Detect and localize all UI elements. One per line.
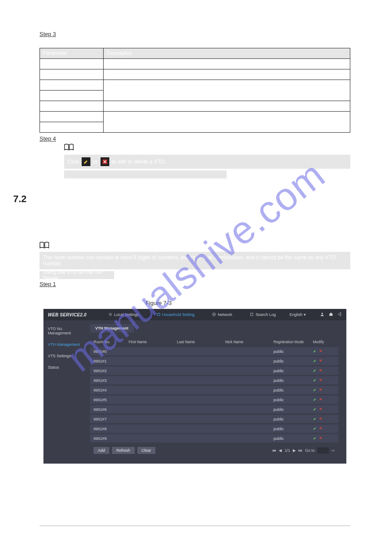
cell-registration-mode: public	[273, 349, 313, 354]
pager-prev-icon[interactable]: ⏮	[272, 448, 276, 453]
delete-icon[interactable]	[319, 417, 323, 421]
cell-modify	[313, 417, 335, 421]
col-last-name: Last Name	[177, 340, 225, 344]
delete-icon[interactable]	[319, 368, 323, 373]
cell-room-no: 9901#7	[94, 417, 129, 421]
table-row: 9901#7public	[90, 415, 338, 423]
param-cell: Username	[40, 112, 104, 122]
delete-icon[interactable]	[319, 407, 323, 412]
col-nick-name: Nick Name	[225, 340, 273, 344]
nav-search-log[interactable]: Search Log	[250, 312, 276, 317]
sidebar-item-vts-settings[interactable]: VTS Settings	[48, 354, 86, 358]
logout-icon[interactable]	[338, 312, 342, 317]
parameter-table: Parameter Description Rec No. The VTO nu…	[40, 48, 350, 133]
refresh-button[interactable]: Refresh	[112, 447, 135, 454]
pager-next-icon[interactable]: ▶	[293, 448, 296, 453]
table-row: 9901#2public	[90, 366, 338, 375]
edit-icon[interactable]	[313, 378, 317, 383]
cell-registration-mode: public	[273, 378, 313, 383]
param-cell: Rec No.	[40, 59, 104, 69]
add-button[interactable]: Add	[94, 447, 109, 454]
page-footer: 47	[40, 526, 350, 533]
edit-icon[interactable]	[313, 368, 317, 373]
edit-icon[interactable]	[313, 436, 317, 441]
cell-modify	[313, 407, 335, 412]
cell-room-no: 9901#0	[94, 349, 129, 354]
nav-household-setting[interactable]: Household Setting	[157, 312, 195, 317]
sidebar-item-vto-no-management[interactable]: VTO No. Management	[48, 326, 86, 335]
section-7-2-num: 7.2	[13, 193, 27, 205]
delete-icon[interactable]	[319, 359, 323, 363]
web-service-ui: WEB SERVICE2.0 Local Settings Household …	[43, 309, 346, 464]
section-7-2-1-1-heading: 7.2.1.1 Adding Individual Room Number	[40, 232, 350, 239]
delete-icon[interactable]	[319, 397, 323, 402]
sidebar-item-vth-management[interactable]: VTH Management	[48, 342, 86, 347]
clear-button[interactable]: Clear	[137, 447, 156, 454]
pager-goto-input[interactable]	[317, 447, 329, 453]
table-row: 9901#9public	[90, 434, 338, 443]
cell-registration-mode: public	[273, 388, 313, 392]
step-4-label: Step 4	[40, 135, 56, 142]
table-caption: Table 7-1 Add door stations	[40, 40, 350, 46]
cell-room-no: 9901#1	[94, 359, 129, 363]
cell-registration-mode: public	[273, 436, 313, 441]
sidebar-item-status[interactable]: Status	[48, 365, 86, 370]
pager: ⏮ ◀ 1/1 ▶ ⏭ Go to ⇨	[272, 447, 335, 453]
cell-modify	[313, 388, 335, 392]
section-7-2-heading: 7.2 VTH Management	[13, 193, 350, 205]
cell-room-no: 9901#9	[94, 436, 129, 441]
cell-registration-mode: public	[273, 407, 313, 412]
home-icon[interactable]	[329, 312, 333, 317]
user-icon[interactable]	[320, 312, 324, 317]
edit-icon[interactable]	[313, 397, 317, 402]
ui-topbar: WEB SERVICE2.0 Local Settings Household …	[43, 309, 346, 320]
edit-icon[interactable]	[313, 417, 317, 421]
pager-prev2-icon[interactable]: ◀	[279, 448, 282, 453]
table-header: Room No. First Name Last Name Nick Name …	[90, 338, 338, 346]
vth-table: Room No. First Name Last Name Nick Name …	[90, 338, 338, 443]
param-cell: Available only when other servers work a…	[104, 80, 350, 101]
note-row-edit-delete: Click or to edit or delete a VTO.	[64, 155, 350, 169]
nav-label: Local Settings	[114, 312, 139, 317]
delete-icon[interactable]	[319, 426, 323, 431]
pager-go-icon[interactable]: ⇨	[331, 448, 335, 453]
nav-label: Search Log	[255, 312, 276, 317]
note-book-icon	[64, 144, 74, 151]
edit-icon[interactable]	[313, 388, 317, 392]
param-cell: Keep it default.	[104, 69, 350, 80]
step-1-label: Step 1	[40, 281, 56, 287]
note-block: The room number can contain at most 6 di…	[40, 242, 350, 279]
cell-modify	[313, 359, 335, 363]
nav-local-settings[interactable]: Local Settings	[108, 312, 139, 317]
svg-rect-3	[157, 314, 160, 316]
edit-icon[interactable]	[313, 359, 317, 363]
nav-network[interactable]: Network	[212, 312, 232, 317]
delete-icon[interactable]	[319, 378, 323, 383]
tab-vth-management[interactable]: VTH Management	[90, 324, 134, 333]
figure-caption: Figure 7-3 Room number management	[40, 300, 350, 306]
cell-room-no: 9901#4	[94, 388, 129, 392]
delete-icon[interactable]	[319, 349, 323, 354]
cell-modify	[313, 368, 335, 373]
step-1-text: Select Household Setting > VTH Managemen…	[58, 281, 167, 287]
lang-label: English	[289, 312, 302, 317]
language-selector[interactable]: English ▾	[289, 312, 306, 317]
col-modify: Modify	[313, 340, 335, 344]
note-row-blank	[64, 170, 227, 178]
delete-icon[interactable]	[319, 388, 323, 392]
note-post: to edit or delete a VTO.	[112, 159, 166, 165]
delete-icon[interactable]	[319, 436, 323, 441]
edit-icon[interactable]	[313, 349, 317, 354]
note-text-room-number-rules: The room number can contain at most 6 di…	[40, 252, 350, 269]
col-registration-mode: Registration Mode	[273, 340, 313, 344]
pager-last-icon[interactable]: ⏭	[298, 448, 302, 453]
ui-main: VTH Management Room No. First Name Last …	[90, 320, 346, 464]
delete-icon	[101, 157, 109, 166]
cell-registration-mode: public	[273, 398, 313, 402]
pager-info: 1/1	[284, 448, 290, 453]
edit-icon[interactable]	[313, 426, 317, 431]
cell-room-no: 9901#5	[94, 398, 129, 402]
edit-icon[interactable]	[313, 407, 317, 412]
table-row: 9901#6public	[90, 405, 338, 414]
cell-modify	[313, 397, 335, 402]
